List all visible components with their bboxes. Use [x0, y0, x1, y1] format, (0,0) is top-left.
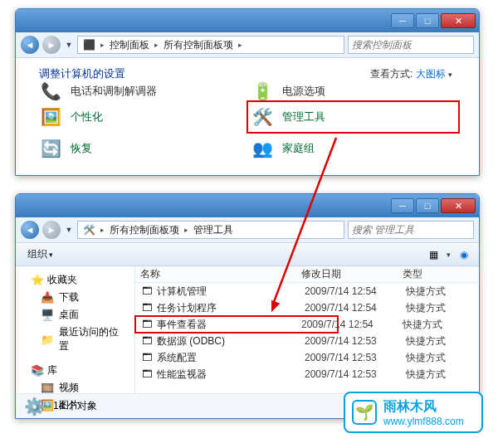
file-name: 性能监视器 [157, 368, 305, 382]
brand-url: www.ylmf888.com [383, 416, 464, 427]
item-admin-tools[interactable]: 🛠️ 管理工具 [247, 101, 459, 133]
item-personalization[interactable]: 🖼️ 个性化 [36, 101, 247, 133]
libraries-head[interactable]: 📚 库 [16, 362, 134, 379]
back-button[interactable]: ◄ [21, 221, 39, 239]
close-button[interactable]: ✕ [441, 198, 476, 213]
maximize-button[interactable]: □ [416, 13, 439, 28]
chevron-down-icon[interactable]: ▾ [448, 71, 452, 79]
close-button[interactable]: ✕ [441, 13, 476, 28]
file-type: 快捷方式 [406, 285, 472, 299]
breadcrumb-seg-2[interactable]: 所有控制面板项 [162, 38, 235, 52]
control-panel-window: ─ □ ✕ ◄ ► ▼ ⬛ ▸ 控制面板 ▸ 所有控制面板项 ▸ 搜索控制面板 … [15, 8, 480, 176]
file-name: 事件查看器 [157, 318, 305, 332]
phone-icon: 📞 [39, 81, 62, 101]
view-by-value[interactable]: 大图标 [416, 68, 446, 80]
video-icon: 🎞️ [41, 382, 54, 394]
item-label: 最近访问的位置 [59, 325, 128, 353]
titlebar: ─ □ ✕ [16, 194, 479, 217]
sidebar-item-videos[interactable]: 🎞️ 视频 [16, 379, 134, 397]
recovery-icon: 🔄 [39, 137, 62, 160]
item-power-options[interactable]: 🔋 电源选项 [247, 81, 459, 101]
address-bar[interactable]: ⬛ ▸ 控制面板 ▸ 所有控制面板项 ▸ [77, 36, 344, 54]
list-item-task-scheduler[interactable]: 🗔 任务计划程序 2009/7/14 12:54 快捷方式 [135, 299, 479, 316]
item-label: 个性化 [71, 110, 103, 124]
search-input[interactable]: 搜索控制面板 [348, 36, 474, 54]
file-date: 2009/7/14 12:54 [301, 319, 403, 330]
view-by: 查看方式: 大图标 ▾ [370, 67, 452, 81]
sidebar-item-downloads[interactable]: 📥 下载 [16, 289, 134, 306]
status-text: 14 个对象 [53, 399, 97, 413]
desktop-icon: 🖥️ [41, 309, 54, 321]
forward-button[interactable]: ► [42, 221, 61, 239]
col-date[interactable]: 修改日期 [301, 267, 403, 281]
col-type[interactable]: 类型 [403, 267, 469, 281]
list-item-odbc[interactable]: 🗔 数据源 (ODBC) 2009/7/14 12:53 快捷方式 [135, 333, 479, 349]
back-button[interactable]: ◄ [21, 36, 39, 54]
toolbar: 组织 ▾ ▦ ▾ ◉ [16, 243, 479, 266]
file-name: 任务计划程序 [157, 301, 305, 315]
minimize-button[interactable]: ─ [391, 198, 414, 213]
nav-row: ◄ ► ▼ 🛠️ ▸ 所有控制面板项 ▸ 管理工具 搜索 管理工具 [16, 217, 479, 243]
item-phone-modem[interactable]: 📞 电话和调制解调器 [36, 81, 247, 101]
list-item-perfmon[interactable]: 🗔 性能监视器 2009/7/14 12:53 快捷方式 [135, 366, 479, 382]
forward-button[interactable]: ► [42, 36, 61, 54]
organize-label: 组织 [27, 247, 47, 261]
list-item-computer-mgmt[interactable]: 🗔 计算机管理 2009/7/14 12:54 快捷方式 [135, 283, 479, 299]
file-date: 2009/7/14 12:53 [305, 335, 406, 347]
shortcut-icon: 🗔 [140, 368, 154, 380]
minimize-button[interactable]: ─ [391, 13, 414, 28]
file-date: 2009/7/14 12:54 [305, 285, 406, 297]
view-by-label: 查看方式: [370, 68, 413, 80]
theme-icon: 🖼️ [39, 105, 62, 129]
item-recovery[interactable]: 🔄 恢复 [36, 133, 247, 164]
breadcrumb-seg-1[interactable]: 所有控制面板项 [108, 223, 181, 237]
admin-tools-icon: 🛠️ [251, 105, 274, 129]
address-bar[interactable]: 🛠️ ▸ 所有控制面板项 ▸ 管理工具 [77, 221, 344, 239]
favorites-group: ⭐ 收藏夹 📥 下载 🖥️ 桌面 📁 最近访问的位置 [16, 271, 134, 355]
logo-icon: 🌱 [352, 400, 377, 425]
shortcut-icon: 🗔 [140, 302, 154, 314]
item-label: 电源选项 [282, 84, 325, 99]
sidebar-item-desktop[interactable]: 🖥️ 桌面 [16, 306, 134, 324]
item-label: 桌面 [59, 308, 79, 322]
view-options-button[interactable]: ▦ [425, 246, 442, 263]
file-list: 名称 修改日期 类型 🗔 计算机管理 2009/7/14 12:54 快捷方式 … [135, 266, 479, 393]
file-date: 2009/7/14 12:53 [305, 352, 406, 363]
brand-name: 雨林木风 [383, 398, 464, 416]
favorites-label: 收藏夹 [47, 273, 77, 287]
panel-body: 调整计算机的设置 查看方式: 大图标 ▾ 📞 电话和调制解调器 🔋 电源选项 🖼… [16, 58, 479, 175]
file-type: 快捷方式 [403, 318, 469, 332]
file-name: 数据源 (ODBC) [157, 334, 305, 348]
col-name[interactable]: 名称 [135, 267, 301, 281]
breadcrumb-seg-2[interactable]: 管理工具 [192, 223, 235, 237]
chevron-right-icon: ▸ [183, 226, 190, 234]
titlebar: ─ □ ✕ [16, 9, 479, 32]
file-type: 快捷方式 [406, 351, 472, 365]
brand-text: 雨林木风 www.ylmf888.com [383, 398, 464, 427]
item-label: 恢复 [71, 141, 92, 156]
maximize-button[interactable]: □ [416, 198, 439, 213]
sidebar-item-recent[interactable]: 📁 最近访问的位置 [16, 324, 134, 355]
admin-tools-window: ─ □ ✕ ◄ ► ▼ 🛠️ ▸ 所有控制面板项 ▸ 管理工具 搜索 管理工具 … [15, 193, 480, 419]
breadcrumb-seg-1[interactable]: 控制面板 [108, 38, 151, 52]
favorites-head[interactable]: ⭐ 收藏夹 [16, 271, 134, 289]
history-dropdown[interactable]: ▼ [64, 226, 74, 234]
nav-tree: ⭐ 收藏夹 📥 下载 🖥️ 桌面 📁 最近访问的位置 📚 [16, 266, 135, 393]
homegroup-icon: 👥 [251, 137, 274, 160]
shortcut-icon: 🗔 [140, 285, 154, 297]
search-input[interactable]: 搜索 管理工具 [348, 221, 474, 239]
history-dropdown[interactable]: ▼ [64, 41, 74, 49]
item-homegroup[interactable]: 👥 家庭组 [247, 133, 459, 164]
watermark: 🌱 雨林木风 www.ylmf888.com [344, 392, 483, 433]
shortcut-icon: 🗔 [140, 352, 154, 363]
chevron-down-icon[interactable]: ▾ [447, 251, 451, 259]
gear-icon: ⚙️ [24, 397, 45, 416]
list-item-event-viewer[interactable]: 🗔 事件查看器 2009/7/14 12:54 快捷方式 [135, 316, 338, 333]
shortcut-icon: 🗔 [140, 335, 154, 347]
list-item-system-config[interactable]: 🗔 系统配置 2009/7/14 12:53 快捷方式 [135, 349, 479, 366]
help-button[interactable]: ◉ [456, 246, 472, 263]
organize-button[interactable]: 组织 ▾ [22, 246, 58, 263]
item-label: 下载 [59, 290, 79, 304]
file-date: 2009/7/14 12:53 [305, 368, 406, 380]
library-icon: 📚 [31, 364, 44, 377]
